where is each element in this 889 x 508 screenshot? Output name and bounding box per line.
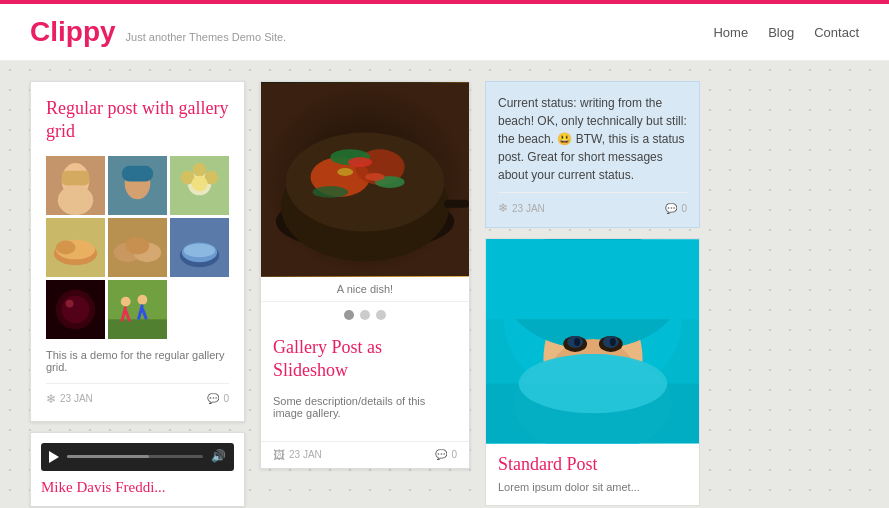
comment-icon-2: 💬 [435,449,447,460]
column-2: A nice dish! Gallery Post as Slideshow S… [260,81,470,469]
status-content: Current status: writing from the beach! … [498,96,687,182]
post-comments-1[interactable]: 💬 0 [207,393,229,404]
status-comment-count: 0 [681,203,687,214]
thumb-image-1 [46,156,105,215]
video-title[interactable]: Mike Davis Freddi... [41,479,234,496]
gallery-caption: This is a demo for the regular gallery g… [46,349,229,373]
svg-point-46 [348,157,372,167]
svg-point-24 [184,243,215,257]
face-image [486,239,699,444]
play-button[interactable] [49,451,59,463]
svg-point-62 [610,338,616,346]
post-date-1: ❄ 23 JAN [46,392,93,406]
gallery-thumb-2[interactable] [108,156,167,215]
status-footer: ❄ 23 JAN 💬 0 [498,192,687,215]
svg-point-9 [193,163,207,177]
slideshow-title[interactable]: Gallery Post as Slideshow [273,336,457,383]
slideshow-content: Gallery Post as Slideshow Some descripti… [261,328,469,437]
standard-post-image[interactable] [486,239,699,444]
food-dish-image [261,82,469,277]
gallery-thumb-5[interactable] [108,218,167,277]
slideshow-description: Some description/details of this image g… [273,395,457,419]
gallery-thumb-8[interactable] [108,280,167,339]
status-date: ❄ 23 JAN [498,201,545,215]
dot-3[interactable] [376,310,386,320]
thumb-image-7 [46,280,105,339]
svg-point-34 [138,295,148,305]
comment-count-1: 0 [223,393,229,404]
status-post: Current status: writing from the beach! … [485,81,700,228]
image-icon: 🖼 [273,448,285,462]
svg-point-3 [58,185,93,215]
gallery-thumb-4[interactable] [46,218,105,277]
svg-rect-30 [108,319,167,339]
nav-blog[interactable]: Blog [768,25,794,40]
comment-count-2: 0 [451,449,457,460]
slideshow-image[interactable] [261,82,469,277]
progress-fill [67,455,149,458]
nav-contact[interactable]: Contact [814,25,859,40]
video-post: 🔊 Mike Davis Freddi... [30,432,245,507]
svg-rect-49 [444,200,469,208]
status-text: Current status: writing from the beach! … [498,94,687,184]
svg-rect-6 [122,166,153,182]
svg-rect-55 [486,240,699,319]
svg-point-45 [313,186,349,198]
column-1: Regular post with gallery grid [30,81,245,507]
logo-title[interactable]: Clippy [30,16,116,48]
slideshow-post: A nice dish! Gallery Post as Slideshow S… [260,81,470,469]
thumb-image-8 [108,280,167,339]
video-progress[interactable] [67,455,203,458]
dot-2[interactable] [360,310,370,320]
main-nav: Home Blog Contact [713,25,859,40]
svg-point-48 [337,168,353,176]
status-date-text: 23 JAN [512,203,545,214]
gallery-grid [46,156,229,339]
snowflake-icon-2: ❄ [498,201,508,215]
svg-point-31 [121,296,131,306]
status-comment-icon: 💬 [665,203,677,214]
standard-post: Standard Post Lorem ipsum dolor sit amet… [485,238,700,506]
svg-point-65 [519,354,668,413]
gallery-thumb-1[interactable] [46,156,105,215]
svg-rect-2 [62,171,90,186]
standard-title[interactable]: Standard Post [498,454,687,475]
nav-home[interactable]: Home [713,25,748,40]
svg-point-12 [192,175,208,191]
comment-icon-1: 💬 [207,393,219,404]
gallery-grid-title[interactable]: Regular post with gallery grid [46,97,229,144]
volume-icon[interactable]: 🔊 [211,449,226,464]
video-player[interactable]: 🔊 [41,443,234,471]
thumb-image-5 [108,218,167,277]
dot-1[interactable] [344,310,354,320]
main-content: Regular post with gallery grid [0,61,889,508]
status-comments[interactable]: 💬 0 [665,203,687,214]
date-text-1: 23 JAN [60,393,93,404]
thumb-image-2 [108,156,167,215]
svg-point-16 [56,240,76,254]
gallery-thumb-3[interactable] [170,156,229,215]
standard-excerpt: Lorem ipsum dolor sit amet... [498,480,687,495]
post-date-2: 🖼 23 JAN [273,448,322,462]
post-comments-2[interactable]: 💬 0 [435,449,457,460]
svg-point-47 [365,173,385,181]
svg-point-27 [62,296,90,324]
logo-tagline: Just another Themes Demo Site. [126,31,287,43]
post-footer-1: ❄ 23 JAN 💬 0 [46,383,229,406]
gallery-thumb-6[interactable] [170,218,229,277]
header: Clippy Just another Themes Demo Site. Ho… [0,4,889,61]
thumb-image-3 [170,156,229,215]
slideshow-footer: 🖼 23 JAN 💬 0 [261,441,469,468]
gallery-grid-post: Regular post with gallery grid [30,81,245,422]
thumb-image-6 [170,218,229,277]
svg-point-59 [574,338,580,346]
column-3: Current status: writing from the beach! … [485,81,700,506]
logo-area: Clippy Just another Themes Demo Site. [30,16,286,48]
svg-point-28 [66,299,74,307]
standard-content: Standard Post Lorem ipsum dolor sit amet… [486,444,699,505]
gallery-thumb-7[interactable] [46,280,105,339]
slideshow-dots [261,302,469,328]
thumb-image-4 [46,218,105,277]
snowflake-icon-1: ❄ [46,392,56,406]
date-text-2: 23 JAN [289,449,322,460]
